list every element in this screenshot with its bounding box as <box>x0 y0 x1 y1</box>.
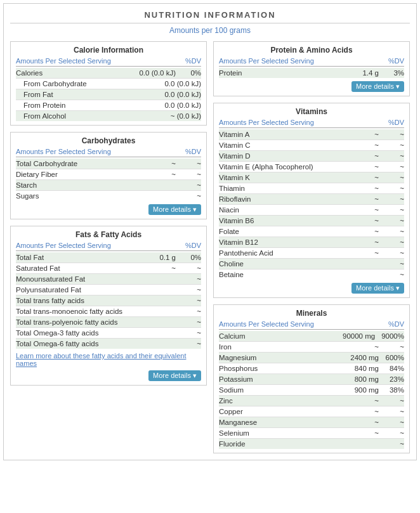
row-value: ~ <box>344 152 379 160</box>
row-values: ~~ <box>344 217 404 224</box>
table-row: Folate~~ <box>219 226 404 237</box>
row-label: Vitamin D <box>219 152 251 160</box>
row-dv: ~ <box>385 228 404 235</box>
table-row: Total Carbohydrate~~ <box>16 159 201 169</box>
row-values: 0.0 (0.0 kJ) <box>164 101 201 109</box>
table-row: Zinc~~ <box>219 396 404 406</box>
right-column: Protein & Amino Acids Amounts Per Select… <box>213 41 410 453</box>
row-dv: ~ <box>385 397 404 405</box>
row-value: ~ <box>344 131 379 138</box>
table-row: Magnesium2400 mg600% <box>219 353 404 363</box>
minerals-col-header: Amounts Per Selected Serving <box>219 320 314 328</box>
row-label: Vitamin C <box>219 141 251 149</box>
vitamins-footer: More details <box>219 280 404 294</box>
table-row: Total trans fatty acids~ <box>16 295 201 306</box>
protein-col-dv: %DV <box>388 57 404 65</box>
row-values: ~~ <box>344 195 404 203</box>
vitamins-col-dv: %DV <box>388 119 404 126</box>
row-values: ~ <box>166 318 201 326</box>
row-values: ~ <box>166 297 201 304</box>
protein-title: Protein & Amino Acids <box>219 46 404 55</box>
minerals-title: Minerals <box>219 309 404 318</box>
nutrition-panel: NUTRITION INFORMATION Amounts per 100 gr… <box>3 3 417 460</box>
row-value: ~ <box>344 249 379 257</box>
fats-more-details-button[interactable]: More details <box>148 370 201 381</box>
row-label: Selenium <box>219 429 249 437</box>
table-row: Saturated Fat~~ <box>16 263 201 274</box>
row-value: ~ <box>166 286 201 294</box>
row-values: 0.0 (0.0 kJ) <box>164 80 201 88</box>
row-value: 0.0 (0.0 kJ) <box>139 69 176 77</box>
minerals-rows: Calcium90000 mg9000%Iron~~Magnesium2400 … <box>219 331 404 449</box>
carbs-more-details-button[interactable]: More details <box>148 204 201 215</box>
row-values: ~~ <box>141 264 201 272</box>
vitamins-more-details-button[interactable]: More details <box>351 283 404 294</box>
row-value: 800 mg <box>344 375 379 383</box>
row-label: Iron <box>219 343 232 351</box>
table-row: Total Fat0.1 g0% <box>16 252 201 263</box>
row-value: ~ <box>344 185 379 192</box>
row-label: Potassium <box>219 375 253 383</box>
table-row: Vitamin E (Alpha Tocopherol)~~ <box>219 162 404 172</box>
row-label: Total trans-monoenoic fatty acids <box>16 308 122 315</box>
row-values: ~ <box>166 308 201 315</box>
page-title: NUTRITION INFORMATION <box>10 10 410 23</box>
row-value: ~ <box>141 160 176 167</box>
row-value: 0.0 (0.0 kJ) <box>164 101 201 109</box>
table-row: Copper~~ <box>219 406 404 417</box>
table-row: From Protein0.0 (0.0 kJ) <box>16 100 201 111</box>
row-values: ~ <box>166 192 201 200</box>
row-values: 2400 mg600% <box>344 354 404 361</box>
row-values: 0.0 (0.0 kJ) <box>164 91 201 98</box>
row-dv: ~ <box>385 249 404 257</box>
row-label: Polyunsaturated Fat <box>16 286 81 294</box>
row-label: Dietary Fiber <box>16 171 58 178</box>
fats-rows: Total Fat0.1 g0%Saturated Fat~~Monounsat… <box>16 252 201 349</box>
row-value: ~ <box>166 192 201 200</box>
row-dv: 600% <box>385 354 404 361</box>
row-value: 2400 mg <box>344 354 379 361</box>
protein-more-details-button[interactable]: More details <box>351 81 404 92</box>
row-values: 0.0 (0.0 kJ)0% <box>139 69 201 77</box>
row-values: ~~ <box>344 152 404 160</box>
row-value: ~ <box>344 195 379 203</box>
row-value: ~ <box>344 174 379 181</box>
row-value: ~ <box>141 264 176 272</box>
table-row: From Alcohol~ (0.0 kJ) <box>16 111 201 121</box>
table-row: Sodium900 mg38% <box>219 385 404 396</box>
row-value: ~ <box>369 440 404 448</box>
row-values: ~~ <box>344 408 404 415</box>
table-row: Riboflavin~~ <box>219 194 404 205</box>
row-values: ~~ <box>344 343 404 351</box>
row-label: Vitamin B12 <box>219 238 258 246</box>
table-row: Vitamin K~~ <box>219 172 404 183</box>
row-values: ~ <box>166 286 201 294</box>
fatty-acids-link[interactable]: Learn more about these fatty acids and t… <box>16 352 201 367</box>
row-value: ~ <box>369 260 404 268</box>
row-dv: 0% <box>182 69 201 77</box>
row-label: Saturated Fat <box>16 264 60 272</box>
left-column: Calorie Information Amounts Per Selected… <box>10 41 207 453</box>
row-value: ~ <box>166 329 201 337</box>
row-label: Vitamin B6 <box>219 217 254 224</box>
row-dv: ~ <box>385 163 404 171</box>
calorie-rows: Calories0.0 (0.0 kJ)0%From Carbohydrate0… <box>16 68 201 121</box>
row-dv: 38% <box>385 386 404 394</box>
row-values: ~~ <box>344 419 404 426</box>
row-value: ~ <box>166 297 201 304</box>
row-values: ~~ <box>141 171 201 178</box>
row-values: ~~ <box>344 397 404 405</box>
table-row: Vitamin B6~~ <box>219 216 404 226</box>
row-label: From Fat <box>16 91 53 98</box>
row-dv: ~ <box>385 152 404 160</box>
row-value: ~ <box>166 308 201 315</box>
minerals-col-dv: %DV <box>388 320 404 328</box>
table-row: Phosphorus840 mg84% <box>219 363 404 374</box>
row-values: ~~ <box>344 131 404 138</box>
vitamins-header: Amounts Per Selected Serving %DV <box>219 119 404 128</box>
row-dv: 0% <box>182 254 201 261</box>
row-label: Riboflavin <box>219 195 251 203</box>
table-row: Manganese~~ <box>219 417 404 428</box>
row-value: ~ <box>344 408 379 415</box>
table-row: Vitamin D~~ <box>219 151 404 162</box>
